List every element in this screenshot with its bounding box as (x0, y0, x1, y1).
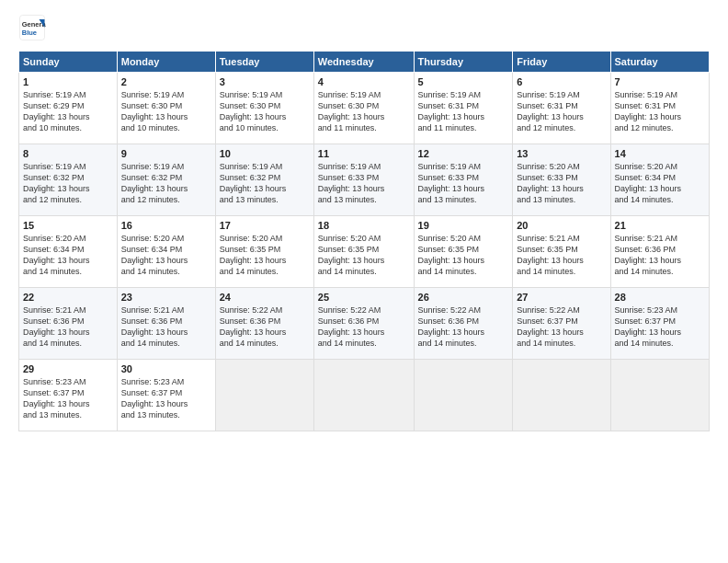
calendar-day-cell: 18Sunrise: 5:20 AM Sunset: 6:35 PM Dayli… (313, 216, 414, 288)
day-info: Sunrise: 5:20 AM Sunset: 6:34 PM Dayligh… (121, 233, 211, 278)
calendar-day-cell: 26Sunrise: 5:22 AM Sunset: 6:36 PM Dayli… (414, 288, 513, 360)
day-info: Sunrise: 5:20 AM Sunset: 6:35 PM Dayligh… (418, 233, 509, 278)
day-number: 11 (318, 148, 410, 159)
day-number: 7 (615, 76, 705, 87)
day-number: 17 (220, 220, 310, 231)
calendar-week-row: 15Sunrise: 5:20 AM Sunset: 6:34 PM Dayli… (19, 216, 710, 288)
day-info: Sunrise: 5:19 AM Sunset: 6:29 PM Dayligh… (23, 89, 113, 134)
calendar-day-cell: 24Sunrise: 5:22 AM Sunset: 6:36 PM Dayli… (215, 288, 313, 360)
day-info: Sunrise: 5:21 AM Sunset: 6:36 PM Dayligh… (121, 304, 211, 350)
day-number: 29 (23, 363, 113, 374)
day-number: 23 (121, 292, 211, 303)
day-number: 20 (517, 220, 606, 231)
day-info: Sunrise: 5:19 AM Sunset: 6:31 PM Dayligh… (418, 89, 509, 134)
calendar-day-cell: 16Sunrise: 5:20 AM Sunset: 6:34 PM Dayli… (117, 216, 215, 288)
day-info: Sunrise: 5:19 AM Sunset: 6:33 PM Dayligh… (318, 161, 410, 206)
calendar-day-cell: 23Sunrise: 5:21 AM Sunset: 6:36 PM Dayli… (117, 288, 215, 360)
calendar-day-cell (414, 360, 513, 431)
day-info: Sunrise: 5:22 AM Sunset: 6:36 PM Dayligh… (418, 304, 509, 350)
svg-text:Blue: Blue (22, 29, 37, 37)
day-info: Sunrise: 5:22 AM Sunset: 6:36 PM Dayligh… (318, 304, 410, 350)
day-info: Sunrise: 5:19 AM Sunset: 6:32 PM Dayligh… (220, 161, 310, 206)
calendar-day-cell: 25Sunrise: 5:22 AM Sunset: 6:36 PM Dayli… (313, 288, 414, 360)
calendar-day-cell: 27Sunrise: 5:22 AM Sunset: 6:37 PM Dayli… (513, 288, 610, 360)
day-number: 25 (318, 292, 410, 303)
day-info: Sunrise: 5:23 AM Sunset: 6:37 PM Dayligh… (615, 304, 705, 350)
calendar-body: 1Sunrise: 5:19 AM Sunset: 6:29 PM Daylig… (19, 73, 710, 431)
day-info: Sunrise: 5:23 AM Sunset: 6:37 PM Dayligh… (23, 376, 113, 421)
calendar-day-cell: 11Sunrise: 5:19 AM Sunset: 6:33 PM Dayli… (313, 144, 414, 216)
calendar-day-cell: 7Sunrise: 5:19 AM Sunset: 6:31 PM Daylig… (610, 73, 709, 144)
day-info: Sunrise: 5:20 AM Sunset: 6:34 PM Dayligh… (23, 233, 113, 278)
day-info: Sunrise: 5:19 AM Sunset: 6:33 PM Dayligh… (418, 161, 509, 206)
weekday-header-cell: Saturday (610, 52, 709, 73)
day-info: Sunrise: 5:19 AM Sunset: 6:32 PM Dayligh… (23, 161, 113, 206)
calendar-day-cell: 3Sunrise: 5:19 AM Sunset: 6:30 PM Daylig… (215, 73, 313, 144)
day-number: 13 (517, 148, 606, 159)
day-number: 26 (418, 292, 509, 303)
day-info: Sunrise: 5:19 AM Sunset: 6:31 PM Dayligh… (517, 89, 606, 134)
calendar-day-cell: 19Sunrise: 5:20 AM Sunset: 6:35 PM Dayli… (414, 216, 513, 288)
calendar-day-cell: 15Sunrise: 5:20 AM Sunset: 6:34 PM Dayli… (19, 216, 118, 288)
day-info: Sunrise: 5:23 AM Sunset: 6:37 PM Dayligh… (121, 376, 211, 421)
day-info: Sunrise: 5:22 AM Sunset: 6:36 PM Dayligh… (220, 304, 310, 350)
calendar-table: SundayMondayTuesdayWednesdayThursdayFrid… (18, 51, 710, 431)
calendar-week-row: 1Sunrise: 5:19 AM Sunset: 6:29 PM Daylig… (19, 73, 710, 144)
day-number: 1 (23, 76, 113, 87)
weekday-header-cell: Tuesday (215, 52, 313, 73)
calendar-week-row: 29Sunrise: 5:23 AM Sunset: 6:37 PM Dayli… (19, 360, 710, 431)
calendar-day-cell: 20Sunrise: 5:21 AM Sunset: 6:35 PM Dayli… (513, 216, 610, 288)
day-number: 27 (517, 292, 606, 303)
calendar-day-cell: 1Sunrise: 5:19 AM Sunset: 6:29 PM Daylig… (19, 73, 118, 144)
weekday-header-cell: Sunday (19, 52, 118, 73)
calendar-day-cell: 9Sunrise: 5:19 AM Sunset: 6:32 PM Daylig… (117, 144, 215, 216)
day-number: 24 (220, 292, 310, 303)
weekday-header: SundayMondayTuesdayWednesdayThursdayFrid… (19, 52, 710, 73)
day-info: Sunrise: 5:19 AM Sunset: 6:30 PM Dayligh… (318, 89, 410, 134)
calendar-day-cell: 10Sunrise: 5:19 AM Sunset: 6:32 PM Dayli… (215, 144, 313, 216)
calendar-day-cell: 6Sunrise: 5:19 AM Sunset: 6:31 PM Daylig… (513, 73, 610, 144)
calendar-day-cell: 28Sunrise: 5:23 AM Sunset: 6:37 PM Dayli… (610, 288, 709, 360)
calendar-day-cell (215, 360, 313, 431)
day-number: 9 (121, 148, 211, 159)
logo: General Blue (18, 14, 46, 41)
calendar-day-cell: 14Sunrise: 5:20 AM Sunset: 6:34 PM Dayli… (610, 144, 709, 216)
day-number: 16 (121, 220, 211, 231)
calendar-day-cell (610, 360, 709, 431)
day-number: 15 (23, 220, 113, 231)
calendar-day-cell: 21Sunrise: 5:21 AM Sunset: 6:36 PM Dayli… (610, 216, 709, 288)
day-number: 3 (220, 76, 310, 87)
day-info: Sunrise: 5:20 AM Sunset: 6:34 PM Dayligh… (615, 161, 705, 206)
day-number: 18 (318, 220, 410, 231)
day-info: Sunrise: 5:22 AM Sunset: 6:37 PM Dayligh… (517, 304, 606, 350)
day-number: 10 (220, 148, 310, 159)
calendar-day-cell: 17Sunrise: 5:20 AM Sunset: 6:35 PM Dayli… (215, 216, 313, 288)
weekday-header-cell: Monday (117, 52, 215, 73)
calendar-day-cell: 4Sunrise: 5:19 AM Sunset: 6:30 PM Daylig… (313, 73, 414, 144)
weekday-header-cell: Wednesday (313, 52, 414, 73)
day-info: Sunrise: 5:19 AM Sunset: 6:30 PM Dayligh… (220, 89, 310, 134)
day-number: 12 (418, 148, 509, 159)
day-info: Sunrise: 5:19 AM Sunset: 6:31 PM Dayligh… (615, 89, 705, 134)
day-info: Sunrise: 5:20 AM Sunset: 6:35 PM Dayligh… (220, 233, 310, 278)
day-number: 6 (517, 76, 606, 87)
day-info: Sunrise: 5:21 AM Sunset: 6:36 PM Dayligh… (23, 304, 113, 350)
day-info: Sunrise: 5:21 AM Sunset: 6:36 PM Dayligh… (615, 233, 705, 278)
calendar-day-cell: 13Sunrise: 5:20 AM Sunset: 6:33 PM Dayli… (513, 144, 610, 216)
day-number: 19 (418, 220, 509, 231)
day-number: 4 (318, 76, 410, 87)
day-number: 22 (23, 292, 113, 303)
day-number: 30 (121, 363, 211, 374)
calendar-day-cell: 22Sunrise: 5:21 AM Sunset: 6:36 PM Dayli… (19, 288, 118, 360)
header: General Blue (18, 14, 710, 41)
calendar-day-cell (313, 360, 414, 431)
day-info: Sunrise: 5:20 AM Sunset: 6:35 PM Dayligh… (318, 233, 410, 278)
day-number: 21 (615, 220, 705, 231)
day-info: Sunrise: 5:19 AM Sunset: 6:30 PM Dayligh… (121, 89, 211, 134)
calendar-day-cell: 30Sunrise: 5:23 AM Sunset: 6:37 PM Dayli… (117, 360, 215, 431)
day-number: 28 (615, 292, 705, 303)
calendar-week-row: 22Sunrise: 5:21 AM Sunset: 6:36 PM Dayli… (19, 288, 710, 360)
calendar-day-cell (513, 360, 610, 431)
day-info: Sunrise: 5:20 AM Sunset: 6:33 PM Dayligh… (517, 161, 606, 206)
logo-icon: General Blue (18, 14, 46, 41)
